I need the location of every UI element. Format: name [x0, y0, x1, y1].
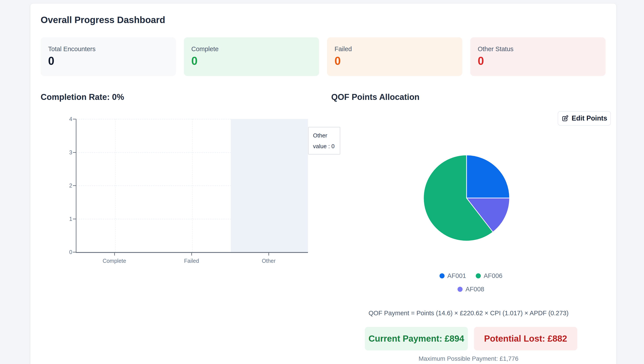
stat-value: 0: [48, 55, 169, 66]
legend-item-AF008[interactable]: AF008: [457, 286, 484, 293]
stat-label: Total Encounters: [48, 46, 169, 53]
qof-heading: QOF Points Allocation: [331, 92, 419, 102]
pie-slice-AF001[interactable]: [466, 155, 510, 198]
bar-x-tick: [268, 253, 269, 256]
bar-y-tick: [73, 185, 76, 186]
bar-y-tick-label: 4: [53, 116, 72, 122]
tooltip-value: value : 0: [313, 143, 335, 150]
legend-label: AF001: [447, 272, 466, 280]
current-payment-box: Current Payment: £894: [365, 327, 468, 350]
bar-y-tick: [73, 119, 76, 120]
bar-y-tick: [73, 152, 76, 153]
stat-value: 0: [478, 55, 598, 66]
max-payment-text: Maximum Possible Payment: £1,776: [331, 355, 606, 362]
bar-hover-band: [231, 119, 308, 252]
legend-dot: [476, 273, 481, 278]
legend-label: AF008: [465, 286, 484, 293]
tooltip-title: Other: [313, 132, 335, 139]
stat-card-total-encounters: Total Encounters 0: [41, 37, 176, 76]
potential-lost-box: Potential Lost: £882: [474, 327, 577, 350]
stat-value: 0: [191, 55, 312, 66]
completion-bar-chart: Other value : 0 01234CompleteFailedOther: [41, 116, 322, 270]
legend-item-AF001[interactable]: AF001: [439, 272, 466, 280]
stat-value: 0: [335, 55, 455, 66]
pie-legend: AF001AF006AF008: [424, 272, 518, 293]
bar-y-tick-label: 0: [53, 249, 72, 255]
bar-x-tick-label: Complete: [103, 258, 126, 264]
bar-x-tick: [114, 253, 115, 256]
bar-x-tick-label: Failed: [184, 258, 199, 264]
bar-x-tick: [191, 253, 192, 256]
page-title: Overall Progress Dashboard: [41, 14, 165, 26]
pencil-square-icon: [561, 115, 569, 122]
stat-card-failed: Failed 0: [327, 37, 462, 76]
stat-card-complete: Complete 0: [184, 37, 319, 76]
edit-points-button[interactable]: Edit Points: [558, 111, 611, 126]
legend-dot: [457, 287, 463, 292]
chart-tooltip: Other value : 0: [308, 127, 340, 154]
bar-y-tick: [73, 219, 76, 219]
legend-item-AF006[interactable]: AF006: [476, 272, 502, 280]
stat-card-other-status: Other Status 0: [470, 37, 605, 76]
bar-plot-area[interactable]: Other value : 0: [76, 119, 308, 253]
stat-label: Complete: [191, 46, 312, 53]
bar-y-tick-label: 1: [53, 216, 72, 222]
bar-y-tick-label: 2: [53, 182, 72, 189]
stat-label: Other Status: [478, 46, 598, 53]
completion-rate-heading: Completion Rate: 0%: [41, 92, 124, 102]
stat-label: Failed: [335, 46, 455, 53]
qof-pie-chart[interactable]: [423, 154, 510, 242]
bar-y-tick-label: 3: [53, 149, 72, 156]
qof-formula-text: QOF Payment = Points (14.6) × £220.62 × …: [331, 310, 606, 317]
legend-dot: [439, 273, 445, 278]
bar-x-tick-label: Other: [262, 258, 276, 264]
bar-y-tick: [73, 252, 76, 252]
legend-label: AF006: [484, 272, 502, 280]
stats-row: Total Encounters 0 Complete 0 Failed 0 O…: [41, 37, 605, 76]
edit-points-label: Edit Points: [572, 114, 607, 122]
